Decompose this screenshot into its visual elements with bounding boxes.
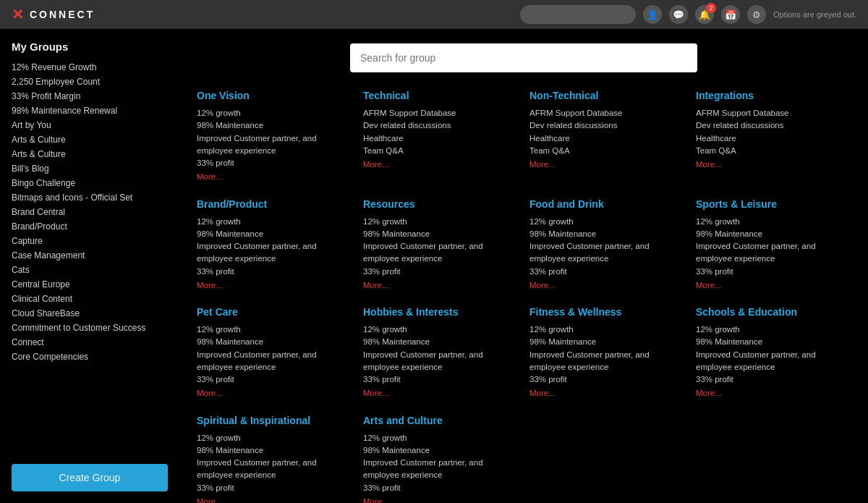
group-title-one-vision[interactable]: One Vision <box>197 90 352 101</box>
group-line: Dev related discussions <box>529 119 684 132</box>
group-line: Improved Customer partner, and employee … <box>696 240 851 266</box>
group-card-integrations: IntegrationsAFRM Support DatabaseDev rel… <box>696 90 851 184</box>
group-more-pet-care[interactable]: More... <box>197 387 223 400</box>
group-line: 33% profit <box>197 482 352 494</box>
sidebar-bottom: Create Group <box>0 455 179 503</box>
group-line: 98% Maintenance <box>197 119 352 132</box>
group-more-sports-leisure[interactable]: More... <box>696 279 722 292</box>
group-card-hobbies-interests: Hobbies & Interests12% growth98% Mainten… <box>363 306 518 400</box>
group-title-non-technical[interactable]: Non-Technical <box>529 90 684 101</box>
sidebar-item-10[interactable]: Brand Central <box>12 205 168 219</box>
group-line: Team Q&A <box>363 145 518 157</box>
group-line: 98% Maintenance <box>197 444 352 457</box>
group-line: Team Q&A <box>696 145 851 157</box>
group-line: 12% growth <box>363 432 518 444</box>
sidebar-item-13[interactable]: Case Management <box>12 248 168 263</box>
group-line: Improved Customer partner, and employee … <box>363 240 518 266</box>
create-group-button[interactable]: Create Group <box>12 464 168 491</box>
sidebar-item-11[interactable]: Brand/Product <box>12 219 168 234</box>
group-body-resources: 12% growth98% MaintenanceImproved Custom… <box>363 216 518 292</box>
options-note: Options are greyed out. <box>773 10 856 19</box>
sidebar-item-7[interactable]: Bill's Blog <box>12 161 168 176</box>
group-line: 98% Maintenance <box>696 228 851 240</box>
group-title-brand-product[interactable]: Brand/Product <box>197 198 352 210</box>
group-line: 33% profit <box>529 266 684 278</box>
group-line: 33% profit <box>363 266 518 278</box>
person-icon[interactable]: 👤 <box>643 5 662 24</box>
group-line: Improved Customer partner, and employee … <box>197 240 352 266</box>
content-area: One Vision12% growth98% MaintenanceImpro… <box>179 29 868 503</box>
calendar-icon[interactable]: 📅 <box>721 5 740 24</box>
group-line: Improved Customer partner, and employee … <box>197 457 352 482</box>
group-title-fitness-wellness[interactable]: Fitness & Wellness <box>529 306 684 318</box>
group-line: 12% growth <box>197 216 352 228</box>
sidebar-item-16[interactable]: Clinical Content <box>12 292 168 306</box>
group-more-fitness-wellness[interactable]: More... <box>529 387 556 400</box>
group-title-hobbies-interests[interactable]: Hobbies & Interests <box>363 306 518 318</box>
nav-search-input[interactable] <box>520 5 636 24</box>
group-line: 12% growth <box>197 324 352 336</box>
group-line: Improved Customer partner, and employee … <box>197 349 352 374</box>
group-line: AFRM Support Database <box>363 107 518 119</box>
group-card-spiritual-inspirational: Spiritual & Inspirational12% growth98% M… <box>197 415 352 504</box>
group-more-brand-product[interactable]: More... <box>197 279 223 292</box>
sidebar: My Groups 12% Revenue Growth2,250 Employ… <box>0 29 179 503</box>
group-line: Dev related discussions <box>696 119 851 132</box>
sidebar-list[interactable]: 12% Revenue Growth2,250 Employee Count33… <box>0 60 179 455</box>
sidebar-item-4[interactable]: Art by You <box>12 118 168 132</box>
group-more-one-vision[interactable]: More... <box>197 171 223 183</box>
group-body-arts-and-culture: 12% growth98% MaintenanceImproved Custom… <box>363 432 518 504</box>
sidebar-item-5[interactable]: Arts & Culture <box>12 132 168 147</box>
group-card-brand-product: Brand/Product12% growth98% MaintenanceIm… <box>197 198 352 292</box>
group-line: 33% profit <box>696 373 851 386</box>
group-more-hobbies-interests[interactable]: More... <box>363 387 389 400</box>
group-line: 98% Maintenance <box>197 336 352 348</box>
search-group-input[interactable] <box>350 43 697 72</box>
group-title-sports-leisure[interactable]: Sports & Leisure <box>696 198 851 210</box>
settings-icon[interactable]: ⚙ <box>747 5 766 24</box>
group-card-schools-education: Schools & Education12% growth98% Mainten… <box>696 306 851 400</box>
group-more-integrations[interactable]: More... <box>696 158 722 171</box>
group-title-pet-care[interactable]: Pet Care <box>197 306 352 318</box>
group-title-resources[interactable]: Resources <box>363 198 518 210</box>
group-card-arts-and-culture: Arts and Culture12% growth98% Maintenanc… <box>363 415 518 504</box>
sidebar-item-14[interactable]: Cats <box>12 263 168 277</box>
group-title-spiritual-inspirational[interactable]: Spiritual & Inspirational <box>197 415 352 426</box>
group-more-spiritual-inspirational[interactable]: More... <box>197 496 223 503</box>
group-title-arts-and-culture[interactable]: Arts and Culture <box>363 415 518 426</box>
sidebar-item-3[interactable]: 98% Maintenance Renewal <box>12 103 168 118</box>
sidebar-item-15[interactable]: Central Europe <box>12 277 168 292</box>
group-body-food-and-drink: 12% growth98% MaintenanceImproved Custom… <box>529 216 684 292</box>
sidebar-item-17[interactable]: Cloud ShareBase <box>12 306 168 321</box>
group-title-integrations[interactable]: Integrations <box>696 90 851 101</box>
group-line: 98% Maintenance <box>696 336 851 348</box>
sidebar-item-6[interactable]: Arts & Culture <box>12 147 168 161</box>
group-card-fitness-wellness: Fitness & Wellness12% growth98% Maintena… <box>529 306 684 400</box>
sidebar-item-2[interactable]: 33% Profit Margin <box>12 89 168 103</box>
sidebar-title: My Groups <box>0 41 179 60</box>
group-line: 98% Maintenance <box>529 336 684 348</box>
sidebar-item-18[interactable]: Commitment to Customer Success <box>12 321 168 335</box>
notification-badge: 2 <box>706 3 716 13</box>
sidebar-item-9[interactable]: Bitmaps and Icons - Official Set <box>12 190 168 205</box>
sidebar-item-8[interactable]: Bingo Challenge <box>12 176 168 190</box>
group-more-food-and-drink[interactable]: More... <box>529 279 556 292</box>
group-more-technical[interactable]: More... <box>363 158 389 171</box>
group-more-schools-education[interactable]: More... <box>696 387 722 400</box>
sidebar-item-12[interactable]: Capture <box>12 234 168 248</box>
group-more-arts-and-culture[interactable]: More... <box>363 496 389 503</box>
group-title-technical[interactable]: Technical <box>363 90 518 101</box>
group-title-schools-education[interactable]: Schools & Education <box>696 306 851 318</box>
group-more-non-technical[interactable]: More... <box>529 158 556 171</box>
sidebar-item-20[interactable]: Core Competencies <box>12 350 168 364</box>
sidebar-item-19[interactable]: Connect <box>12 335 168 350</box>
group-more-resources[interactable]: More... <box>363 279 389 292</box>
sidebar-item-1[interactable]: 2,250 Employee Count <box>12 75 168 89</box>
group-body-integrations: AFRM Support DatabaseDev related discuss… <box>696 107 851 171</box>
group-line: 98% Maintenance <box>363 228 518 240</box>
notification-icon[interactable]: 🔔 2 <box>695 5 714 24</box>
group-body-one-vision: 12% growth98% MaintenanceImproved Custom… <box>197 107 352 184</box>
chat-icon[interactable]: 💬 <box>669 5 688 24</box>
sidebar-item-0[interactable]: 12% Revenue Growth <box>12 60 168 75</box>
group-title-food-and-drink[interactable]: Food and Drink <box>529 198 684 210</box>
